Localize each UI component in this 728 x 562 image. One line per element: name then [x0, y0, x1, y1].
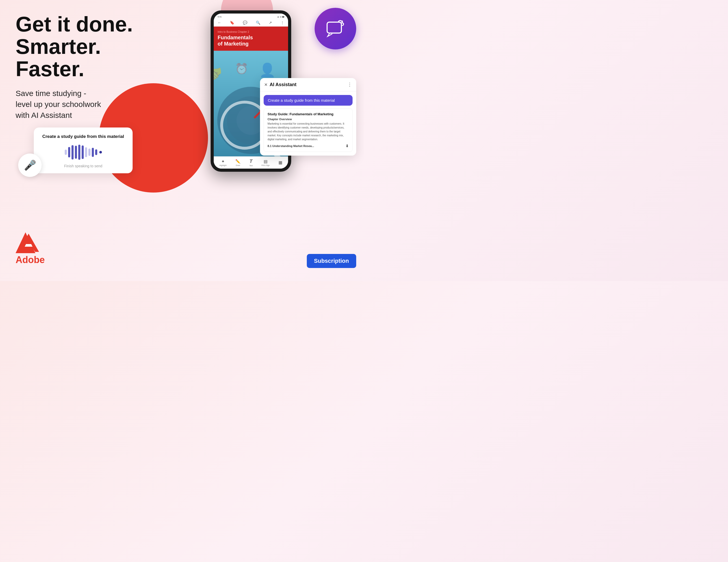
ai-assistant-panel: ✕ AI Assistant ⋮ Create a study guide fr… — [260, 78, 356, 155]
doc-title: Fundamentals of Marketing — [218, 34, 284, 47]
adobe-logo: Adobe — [16, 232, 45, 265]
wave-bar-10 — [95, 149, 97, 155]
wave-bar-2 — [68, 147, 70, 157]
subscription-badge[interactable]: Subscription — [307, 254, 356, 268]
ai-assistant-bubble — [315, 8, 356, 49]
phone-status-bar: 9:41 ▲ ◎ ▮▮ — [214, 14, 288, 19]
wave-dot — [99, 151, 102, 153]
mic-button[interactable]: 🎤 — [18, 153, 42, 177]
search-icon[interactable]: 🔍 — [256, 21, 260, 25]
grid-icon: ▦ — [278, 160, 282, 165]
ai-panel-title: AI Assistant — [270, 82, 296, 87]
highlight-label: Highlight — [219, 164, 226, 166]
audio-waveform — [42, 144, 125, 160]
share-icon[interactable]: ↗ — [269, 21, 272, 25]
wave-bar-9 — [92, 148, 94, 157]
adobe-brand-name: Adobe — [16, 254, 45, 265]
main-headline: Get it done. Smarter. Faster. — [16, 13, 172, 80]
fill-label: Fill & Sign — [262, 164, 270, 166]
toolbar-fill[interactable]: ▤ Fill & Sign — [262, 159, 270, 166]
draw-icon: ✏️ — [235, 159, 241, 164]
wave-bar-5 — [78, 145, 80, 160]
ai-close-button[interactable]: ✕ — [264, 82, 268, 87]
toolbar-highlight[interactable]: ✦ Highlight — [219, 159, 226, 166]
wave-bar-4 — [75, 146, 77, 159]
svg-rect-0 — [327, 22, 341, 33]
wave-bar-1 — [65, 150, 67, 155]
svg-text:⏰: ⏰ — [235, 62, 248, 75]
comment-icon[interactable]: 💬 — [243, 21, 247, 25]
ai-response-body: Marketing is essential for connecting bu… — [268, 122, 349, 141]
fill-icon: ▤ — [264, 159, 268, 164]
svg-point-1 — [341, 21, 343, 22]
wave-bar-7 — [85, 147, 87, 157]
toolbar-draw[interactable]: ✏️ Draw — [235, 159, 241, 166]
phone-toolbar: ✦ Highlight ✏️ Draw T Text ▤ Fill & Sign… — [214, 156, 288, 169]
voice-hint-text: Finish speaking to send — [42, 164, 125, 168]
ai-panel-header: ✕ AI Assistant ⋮ — [260, 78, 356, 91]
doc-subtitle: Intro to Business Chapter 2 — [218, 30, 284, 33]
ai-response-section: Chapter Overview — [268, 118, 349, 121]
svg-text:👤: 👤 — [259, 62, 276, 78]
mic-icon: 🎤 — [24, 159, 36, 171]
wave-bar-8 — [88, 148, 90, 156]
phone-nav-bar: ← 🔖 💬 🔍 ↗ ⋮ — [214, 19, 288, 27]
link-arrow-icon: ⬇ — [346, 144, 349, 148]
bookmark-icon[interactable]: 🔖 — [230, 21, 234, 25]
subtitle-text: Save time studying - level up your schoo… — [16, 88, 172, 121]
svg-marker-18 — [25, 244, 33, 247]
back-icon[interactable]: ← — [218, 21, 221, 25]
adobe-svg-icon — [16, 232, 42, 253]
ai-user-message: Create a study guide from this material — [264, 95, 353, 106]
toolbar-text[interactable]: T Text — [249, 159, 253, 166]
ai-more-button[interactable]: ⋮ — [347, 82, 352, 87]
ai-response-link[interactable]: 8.1 Understanding Market Resea... ⬇ — [268, 144, 349, 148]
text-label: Text — [249, 165, 253, 166]
left-content-area: Get it done. Smarter. Faster. Save time … — [16, 13, 172, 136]
ai-response-title: Study Guide: Fundamentals of Marketing — [268, 112, 349, 116]
voice-card-title: Create a study guide from this material — [42, 134, 125, 139]
text-icon: T — [250, 159, 252, 164]
ai-response-card: Study Guide: Fundamentals of Marketing C… — [264, 108, 353, 152]
wave-bar-6 — [82, 145, 84, 159]
svg-text:🤝: 🤝 — [214, 64, 223, 84]
more-icon[interactable]: ⋮ — [281, 21, 284, 25]
voice-input-card: Create a study guide from this material … — [34, 127, 133, 173]
toolbar-more-grid[interactable]: ▦ — [278, 160, 282, 165]
phone-doc-header: Intro to Business Chapter 2 Fundamentals… — [214, 27, 288, 51]
draw-label: Draw — [236, 164, 240, 166]
ai-header-left: ✕ AI Assistant — [264, 82, 296, 87]
highlight-icon: ✦ — [221, 159, 225, 164]
wave-bar-3 — [71, 145, 74, 159]
